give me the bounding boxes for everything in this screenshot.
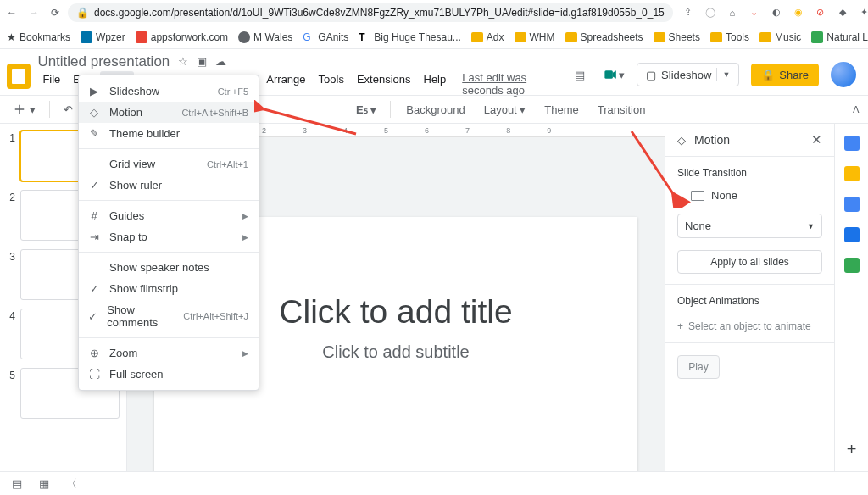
background-button[interactable]: Background bbox=[401, 101, 470, 119]
star-icon[interactable]: ☆ bbox=[178, 55, 188, 68]
layout-button[interactable]: Layout ▾ bbox=[479, 101, 531, 119]
menu-item-label: Snap to bbox=[109, 231, 147, 243]
cloud-saved-icon[interactable]: ☁ bbox=[215, 55, 226, 68]
ext-icon-1[interactable]: ◯ bbox=[704, 6, 717, 19]
share-button[interactable]: 🔒 Share bbox=[751, 64, 819, 86]
menu-item-shortcut: Ctrl+Alt+Shift+B bbox=[181, 108, 248, 118]
maps-icon[interactable] bbox=[844, 258, 860, 273]
menu-arrange[interactable]: Arrange bbox=[261, 71, 310, 97]
meet-icon[interactable]: ▾ bbox=[603, 64, 625, 86]
back-icon[interactable]: ← bbox=[7, 7, 17, 19]
undo-button[interactable]: ↶ bbox=[60, 101, 76, 119]
menu-item-label: Guides bbox=[109, 209, 144, 222]
menu-item-shortcut: Ctrl+Alt+1 bbox=[207, 159, 248, 170]
slide-transition-label: Slide Transition bbox=[677, 167, 822, 179]
slide-number: 2 bbox=[7, 190, 15, 203]
collapse-toolbar-icon[interactable]: ᐱ bbox=[853, 104, 860, 115]
menu-extensions[interactable]: Extensions bbox=[352, 71, 416, 97]
bookmark-item[interactable]: Spreadsheets bbox=[565, 31, 643, 43]
menu-item-label: Motion bbox=[109, 106, 142, 119]
submenu-arrow-icon: ▶ bbox=[242, 212, 248, 220]
keep-icon[interactable] bbox=[844, 166, 860, 181]
view-menu-item[interactable]: ✓Show filmstrip bbox=[79, 278, 259, 299]
transition-type-select[interactable]: None ▼ bbox=[677, 214, 822, 238]
browser-nav-icons: ← → ⟳ bbox=[7, 7, 59, 19]
move-icon[interactable]: ▣ bbox=[197, 55, 207, 68]
lock-icon: 🔒 bbox=[761, 69, 775, 81]
bookmark-item[interactable]: Adx bbox=[471, 31, 504, 43]
add-addon-icon[interactable]: + bbox=[847, 440, 857, 459]
document-title[interactable]: Untitled presentation bbox=[37, 53, 170, 70]
ext-icon-2[interactable]: ⌂ bbox=[726, 6, 739, 19]
contacts-icon[interactable] bbox=[844, 227, 860, 242]
view-menu-item[interactable]: ✓Show ruler bbox=[79, 175, 259, 196]
view-menu-item[interactable]: ✎Theme builder bbox=[79, 123, 259, 144]
bookmark-item[interactable]: TBig Huge Thesau... bbox=[359, 31, 461, 43]
last-edit-link[interactable]: Last edit was seconds ago bbox=[462, 71, 562, 97]
view-menu-item[interactable]: Grid viewCtrl+Alt+1 bbox=[79, 153, 259, 175]
new-slide-button[interactable]: ▾ bbox=[8, 99, 39, 120]
motion-panel: ◇ Motion ✕ Slide Transition ⌄ None None … bbox=[665, 124, 834, 471]
bookmark-item[interactable]: Sheets bbox=[654, 31, 700, 43]
bookmark-item[interactable]: appsforwork.com bbox=[136, 31, 228, 43]
view-menu-item[interactable]: ⊕Zoom▶ bbox=[79, 342, 259, 364]
view-menu-item[interactable]: ⇥Snap to▶ bbox=[79, 226, 259, 248]
collapse-filmstrip-icon[interactable]: 〈 bbox=[66, 476, 77, 492]
ext-icon-5[interactable]: ◆ bbox=[836, 6, 849, 19]
menu-tools[interactable]: Tools bbox=[314, 71, 349, 97]
view-menu-item[interactable]: #Guides▶ bbox=[79, 205, 259, 226]
address-bar[interactable]: 🔒 docs.google.com/presentation/d/1oUI_9W… bbox=[68, 3, 673, 22]
bookmark-item[interactable]: ★ Bookmarks bbox=[7, 31, 70, 43]
menu-item-icon: ▶ bbox=[87, 85, 101, 97]
view-menu-item[interactable]: ⛶Full screen bbox=[79, 364, 259, 385]
menu-item-label: Full screen bbox=[109, 368, 164, 381]
grid-view-icon[interactable]: ▦ bbox=[39, 477, 49, 490]
view-menu-item[interactable]: ◇MotionCtrl+Alt+Shift+B bbox=[79, 102, 259, 123]
menu-item-label: Show filmstrip bbox=[109, 282, 178, 295]
bookmark-item[interactable]: GGAnits bbox=[303, 31, 348, 43]
filmstrip-view-icon[interactable]: ▤ bbox=[12, 477, 22, 490]
comments-history-icon[interactable]: ▤ bbox=[569, 64, 591, 86]
view-menu-item[interactable]: ✓Show commentsCtrl+Alt+Shift+J bbox=[79, 299, 259, 333]
menu-help[interactable]: Help bbox=[419, 71, 452, 97]
menu-item-icon: ⇥ bbox=[87, 231, 101, 243]
browser-extensions: ⇪ ◯ ⌂ ⌄ ◐ ◉ ⊘ ◆ ✦ ▣ ▦ ⋮ bbox=[682, 4, 868, 20]
play-button[interactable]: Play bbox=[677, 355, 720, 379]
extensions-icon[interactable]: ✦ bbox=[858, 6, 868, 19]
chevron-down-icon[interactable]: ▼ bbox=[722, 70, 730, 79]
bookmark-item[interactable]: Natural Language... bbox=[811, 31, 868, 43]
url-text: docs.google.com/presentation/d/1oUI_9WTi… bbox=[94, 7, 665, 19]
theme-button[interactable]: Theme bbox=[539, 101, 583, 119]
slides-logo-icon[interactable] bbox=[7, 64, 31, 89]
bookmark-item[interactable]: M Wales bbox=[238, 31, 292, 43]
close-panel-icon[interactable]: ✕ bbox=[811, 132, 822, 147]
slide-number: 1 bbox=[7, 131, 15, 144]
menu-item-icon: ✓ bbox=[87, 310, 98, 323]
bookmark-item[interactable]: WHM bbox=[515, 31, 555, 43]
bookmark-item[interactable]: Tools bbox=[710, 31, 749, 43]
ext-icon-block[interactable]: ⊘ bbox=[814, 6, 827, 19]
slide-number: 5 bbox=[7, 368, 15, 381]
transition-summary-row[interactable]: ⌄ None bbox=[677, 189, 822, 202]
view-menu-item[interactable]: Show speaker notes bbox=[79, 257, 259, 278]
ext-icon-3[interactable]: ◐ bbox=[770, 6, 783, 19]
view-menu-item[interactable]: ▶SlideshowCtrl+F5 bbox=[79, 81, 259, 102]
ext-icon-pocket[interactable]: ⌄ bbox=[748, 6, 761, 19]
lock-icon: 🔒 bbox=[76, 7, 89, 19]
bookmark-item[interactable]: Wpzer bbox=[81, 31, 125, 43]
slideshow-button[interactable]: ▢ Slideshow ▼ bbox=[637, 63, 739, 86]
share-icon[interactable]: ⇪ bbox=[682, 6, 695, 19]
object-animations-label: Object Animations bbox=[677, 295, 822, 307]
calendar-icon[interactable] bbox=[844, 136, 860, 151]
menu-file[interactable]: File bbox=[37, 71, 65, 97]
transition-button[interactable]: Transition bbox=[593, 101, 651, 119]
account-avatar[interactable] bbox=[831, 62, 856, 87]
bookmark-item[interactable]: Music bbox=[760, 31, 801, 43]
ext-icon-4[interactable]: ◉ bbox=[792, 6, 805, 19]
tasks-icon[interactable] bbox=[844, 197, 860, 212]
reload-icon[interactable]: ⟳ bbox=[51, 7, 59, 19]
addon-e5-button[interactable]: E₅ ▾ bbox=[353, 101, 380, 119]
slide-number: 3 bbox=[7, 249, 15, 263]
forward-icon[interactable]: → bbox=[29, 7, 39, 19]
apply-to-all-button[interactable]: Apply to all slides bbox=[677, 250, 822, 274]
